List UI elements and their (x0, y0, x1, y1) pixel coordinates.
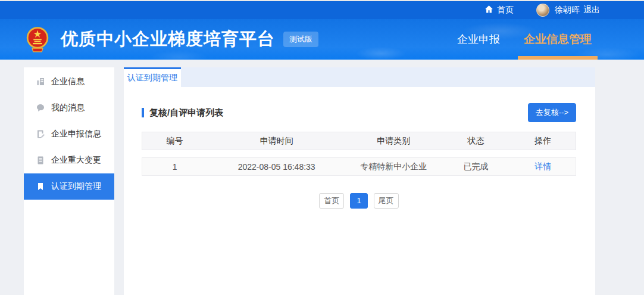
section-title: 复核/自评申请列表 (149, 107, 528, 119)
sidebar-item-my-messages[interactable]: 我的消息 (24, 95, 114, 121)
username: 徐朝晖 (555, 5, 580, 15)
home-icon (484, 5, 493, 15)
national-emblem-icon (23, 24, 52, 54)
sidebar-item-label: 企业重大变更 (51, 155, 101, 166)
content-panel: 认证到期管理 复核/自评申请列表 去复核--> 编号 申请时间 申请类别 状态 … (124, 67, 595, 295)
declare-doc-icon (36, 129, 45, 139)
sidebar: 企业信息 我的消息 企业申报信息 企业重大变更 (24, 67, 114, 295)
applications-table: 编号 申请时间 申请类别 状态 操作 1 2022-08-05 16:48:33… (142, 132, 576, 176)
topbar-user[interactable]: 徐朝晖 退出 (536, 4, 600, 17)
beta-badge: 测试版 (283, 32, 318, 47)
logout-link[interactable]: 退出 (583, 5, 600, 15)
sidebar-item-label: 我的消息 (51, 103, 85, 113)
app-window: 首页 徐朝晖 退出 优质中小企业梯度培育平台 测试版 企业申报 (0, 0, 644, 295)
nav-enterprise-info-mgmt[interactable]: 企业信息管理 (524, 19, 592, 60)
message-icon (36, 103, 45, 113)
pagination: 首页 1 尾页 (142, 193, 576, 209)
title-accent-bar (142, 108, 144, 117)
column-header-apply-time: 申请时间 (207, 136, 346, 147)
table-row: 1 2022-08-05 16:48:33 专精特新中小企业 已完成 详情 (142, 157, 576, 176)
tab-strip: 认证到期管理 (124, 67, 595, 87)
platform-title: 优质中小企业梯度培育平台 (61, 27, 275, 51)
page-body: 企业信息 我的消息 企业申报信息 企业重大变更 (0, 60, 644, 295)
column-header-action: 操作 (511, 136, 576, 147)
sidebar-item-label: 企业信息 (51, 76, 85, 87)
column-header-no: 编号 (142, 136, 207, 147)
cell-status: 已完成 (441, 162, 510, 172)
column-header-category: 申请类别 (346, 136, 441, 147)
detail-link[interactable]: 详情 (534, 162, 551, 171)
bookmark-icon (36, 182, 45, 191)
content-inner: 复核/自评申请列表 去复核--> 编号 申请时间 申请类别 状态 操作 1 20… (124, 87, 595, 209)
user-avatar (536, 4, 549, 17)
sidebar-item-certification-expiry[interactable]: 认证到期管理 (24, 173, 114, 200)
cell-no: 1 (142, 162, 207, 172)
header-nav: 企业申报 企业信息管理 (457, 19, 592, 60)
pagination-current-page[interactable]: 1 (350, 193, 367, 209)
pagination-last-button[interactable]: 尾页 (374, 193, 399, 209)
cell-category: 专精特新中小企业 (346, 162, 441, 172)
go-review-button[interactable]: 去复核--> (528, 103, 576, 122)
building-icon (36, 77, 45, 86)
change-doc-icon (36, 156, 45, 165)
section-header: 复核/自评申请列表 去复核--> (142, 103, 576, 122)
sidebar-item-label: 认证到期管理 (51, 181, 101, 192)
cell-apply-time: 2022-08-05 16:48:33 (207, 162, 346, 172)
sidebar-item-label: 企业申报信息 (51, 129, 101, 139)
topbar-home-label: 首页 (497, 5, 514, 15)
brand-header: 优质中小企业梯度培育平台 测试版 企业申报 企业信息管理 (0, 19, 644, 60)
sidebar-item-major-changes[interactable]: 企业重大变更 (24, 147, 114, 173)
topbar-home-link[interactable]: 首页 (484, 5, 514, 15)
nav-enterprise-declare[interactable]: 企业申报 (457, 19, 500, 60)
sidebar-item-enterprise-info[interactable]: 企业信息 (24, 69, 114, 95)
pagination-first-button[interactable]: 首页 (319, 193, 344, 209)
table-header-row: 编号 申请时间 申请类别 状态 操作 (142, 132, 576, 150)
tab-certification-expiry[interactable]: 认证到期管理 (124, 67, 181, 87)
column-header-status: 状态 (441, 136, 510, 147)
sidebar-item-declaration-info[interactable]: 企业申报信息 (24, 121, 114, 147)
topbar: 首页 徐朝晖 退出 (0, 0, 644, 19)
